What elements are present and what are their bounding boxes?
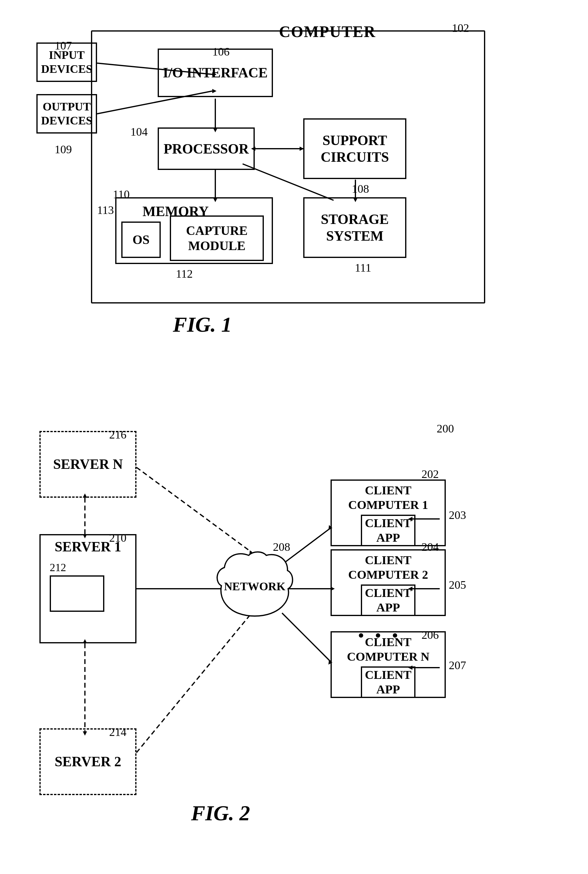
client-computer-1-label: CLIENT COMPUTER 1 <box>334 483 442 512</box>
output-devices-box: OUTPUT DEVICES <box>36 94 97 134</box>
ref-113: 113 <box>97 203 114 217</box>
processor-box: PROCESSOR <box>158 128 255 170</box>
io-interface-label: I/O INTERFACE <box>163 64 267 81</box>
input-devices-label: INPUT DEVICES <box>38 48 96 76</box>
ref-205: 205 <box>449 578 466 591</box>
ref-203: 203 <box>449 508 466 522</box>
storage-system-box: STORAGE SYSTEM <box>303 197 406 258</box>
ref-109: 109 <box>55 143 72 156</box>
support-circuits-label: SUPPORT CIRCUITS <box>304 132 405 165</box>
ref-112: 112 <box>176 267 193 280</box>
capture-module-box: CAPTURE MODULE <box>170 215 264 261</box>
os-box: OS <box>121 221 161 258</box>
os-label: OS <box>132 232 150 247</box>
ref-200: 200 <box>436 422 454 435</box>
client-app-2-label: CLIENT APP <box>362 586 414 615</box>
client-app-1-label: CLIENT APP <box>362 516 414 545</box>
fig1-caption: FIG. 1 <box>173 313 232 337</box>
ref-102: 102 <box>452 21 469 35</box>
storage-system-label: STORAGE SYSTEM <box>304 211 405 244</box>
server-n-label: SERVER N <box>53 456 123 472</box>
ref-214: 214 <box>109 725 126 739</box>
server-2-label: SERVER 2 <box>55 753 121 770</box>
ref-207: 207 <box>449 659 466 672</box>
ref-212: 212 <box>50 561 104 574</box>
ref-210: 210 <box>109 531 126 545</box>
client-computer-2-label: CLIENT COMPUTER 2 <box>334 553 442 582</box>
client-computer-n-label: CLIENT COMPUTER N <box>334 635 442 664</box>
fig2-diagram: 200 SERVER N 216 SERVER 1 212 210 SERVER… <box>24 419 570 844</box>
ref-108: 108 <box>352 182 369 196</box>
computer-label: COMPUTER <box>279 23 376 41</box>
ref-110: 110 <box>113 188 130 201</box>
ref-107: 107 <box>55 39 72 52</box>
network-cloud: NETWORK <box>212 549 297 628</box>
fig2-caption: FIG. 2 <box>191 801 250 826</box>
client-app-n-label: CLIENT APP <box>362 668 414 697</box>
processor-label: PROCESSOR <box>164 141 249 157</box>
ref-106: 106 <box>212 45 230 58</box>
server-1-box: SERVER 1 212 <box>39 534 136 643</box>
svg-line-28 <box>136 467 252 552</box>
client-computer-1-box: CLIENT COMPUTER 1 CLIENT APP <box>330 480 446 546</box>
ref-104: 104 <box>130 125 148 138</box>
ref-216: 216 <box>109 428 126 441</box>
support-circuits-box: SUPPORT CIRCUITS <box>303 118 406 179</box>
output-devices-label: OUTPUT DEVICES <box>38 100 96 128</box>
page: COMPUTER 102 I/O INTERFACE 106 INPUT DEV… <box>0 0 588 874</box>
ref-111: 111 <box>355 261 371 274</box>
ref-208: 208 <box>273 540 290 554</box>
svg-line-30 <box>136 613 252 753</box>
ref-202: 202 <box>422 467 439 481</box>
fig1-diagram: COMPUTER 102 I/O INTERFACE 106 INPUT DEV… <box>36 18 552 367</box>
capture-module-label: CAPTURE MODULE <box>171 223 262 254</box>
ref-204: 204 <box>422 540 439 554</box>
svg-text:NETWORK: NETWORK <box>224 580 286 593</box>
client-computer-n-box: CLIENT COMPUTER N CLIENT APP <box>330 631 446 698</box>
client-computer-2-box: CLIENT COMPUTER 2 CLIENT APP <box>330 549 446 616</box>
